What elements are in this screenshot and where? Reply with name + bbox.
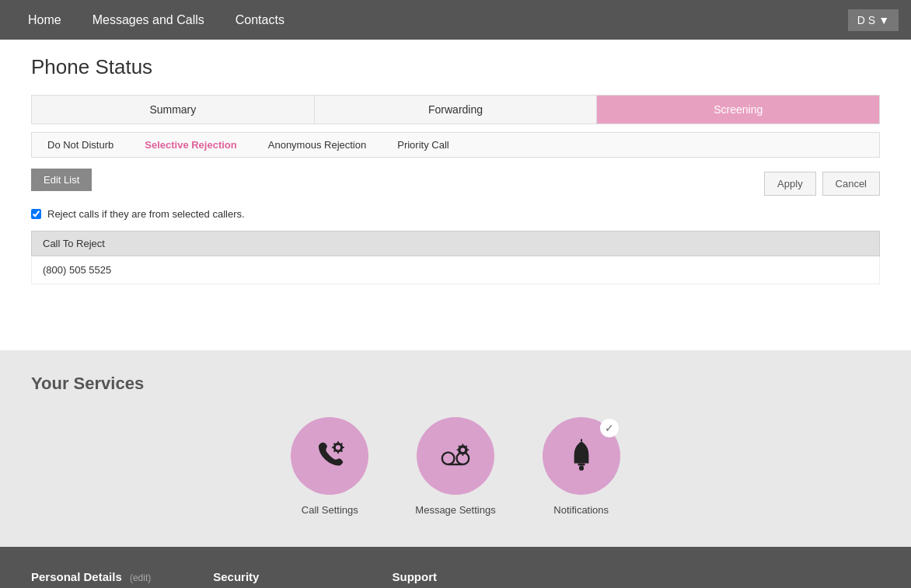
apply-cancel-group: Apply Cancel bbox=[764, 172, 880, 196]
call-settings-icon bbox=[310, 437, 349, 475]
svg-point-14 bbox=[461, 447, 465, 451]
main-tabs: Summary Forwarding Screening bbox=[31, 95, 880, 124]
svg-rect-23 bbox=[578, 463, 585, 465]
svg-point-10 bbox=[442, 452, 455, 464]
call-entry: (800) 505 5525 bbox=[31, 256, 880, 284]
footer-personal-heading: Personal Details (edit) bbox=[31, 570, 151, 583]
sub-tab-anonymous-rejection[interactable]: Anonymous Rejection bbox=[253, 133, 382, 157]
notifications-icon bbox=[562, 437, 601, 475]
tab-screening[interactable]: Screening bbox=[597, 96, 879, 124]
footer-personal-details: Personal Details (edit) Devices bbox=[31, 570, 151, 588]
notifications-circle: ✓ bbox=[543, 417, 620, 495]
main-content: Phone Status Summary Forwarding Screenin… bbox=[0, 40, 911, 350]
svg-point-1 bbox=[336, 445, 340, 450]
cancel-button[interactable]: Cancel bbox=[822, 172, 880, 196]
tab-summary[interactable]: Summary bbox=[32, 96, 315, 124]
reject-checkbox-label: Reject calls if they are from selected c… bbox=[47, 208, 245, 220]
services-title: Your Services bbox=[31, 374, 880, 394]
svg-point-24 bbox=[579, 466, 584, 471]
service-message-settings[interactable]: Message Settings bbox=[415, 417, 495, 516]
call-to-reject-header: Call To Reject bbox=[31, 231, 880, 256]
nav-contacts[interactable]: Contacts bbox=[220, 0, 300, 40]
message-settings-circle bbox=[417, 417, 494, 495]
reject-checkbox[interactable] bbox=[31, 209, 41, 219]
dropdown-arrow-icon: ▼ bbox=[878, 14, 889, 26]
notifications-label: Notifications bbox=[553, 504, 609, 516]
reject-checkbox-row: Reject calls if they are from selected c… bbox=[31, 208, 880, 220]
message-settings-label: Message Settings bbox=[415, 504, 495, 516]
footer: Personal Details (edit) Devices Security… bbox=[0, 547, 911, 588]
footer-support-heading: Support bbox=[393, 570, 463, 583]
service-notifications[interactable]: ✓ Notifications bbox=[543, 417, 620, 516]
tab-forwarding[interactable]: Forwarding bbox=[315, 96, 598, 124]
message-settings-icon bbox=[436, 437, 475, 475]
top-nav: Home Messages and Calls Contacts D S ▼ bbox=[0, 0, 911, 40]
services-section: Your Services Call bbox=[0, 350, 911, 547]
notifications-badge: ✓ bbox=[600, 419, 619, 437]
user-menu-button[interactable]: D S ▼ bbox=[848, 9, 899, 31]
apply-button[interactable]: Apply bbox=[764, 172, 816, 196]
page-title: Phone Status bbox=[31, 55, 880, 79]
footer-security: Security Change Password Change Call Ser… bbox=[213, 570, 330, 588]
sub-tab-priority-call[interactable]: Priority Call bbox=[382, 133, 464, 157]
sub-tabs: Do Not Disturb Selective Rejection Anony… bbox=[31, 132, 880, 158]
sub-tab-selective-rejection[interactable]: Selective Rejection bbox=[129, 133, 253, 157]
services-icons: Call Settings bbox=[31, 417, 880, 516]
action-row: Edit List Apply Cancel bbox=[31, 169, 880, 199]
call-settings-label: Call Settings bbox=[302, 504, 358, 516]
sub-tab-do-not-disturb[interactable]: Do Not Disturb bbox=[32, 133, 129, 157]
service-call-settings[interactable]: Call Settings bbox=[291, 417, 368, 516]
call-settings-circle bbox=[291, 417, 368, 495]
nav-messages-and-calls[interactable]: Messages and Calls bbox=[77, 0, 220, 40]
nav-home[interactable]: Home bbox=[12, 0, 77, 40]
footer-support: Support Help Send Feedback bbox=[393, 570, 463, 588]
footer-security-heading: Security bbox=[213, 570, 330, 583]
edit-list-button[interactable]: Edit List bbox=[31, 169, 92, 191]
